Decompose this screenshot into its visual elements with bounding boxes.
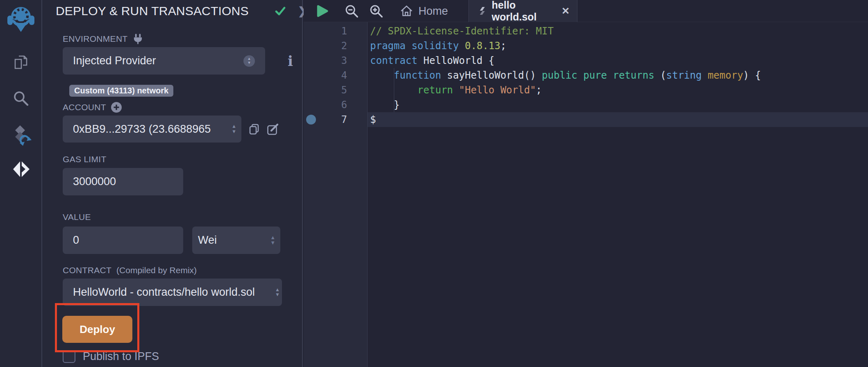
- code-line[interactable]: function sayHelloWorld() public pure ret…: [368, 68, 868, 83]
- gutter-row[interactable]: 1: [304, 24, 367, 39]
- plug-icon: [132, 33, 143, 45]
- code-line[interactable]: contract HelloWorld {: [368, 53, 868, 68]
- account-row: 0xBB9...29733 (23.6688965 ▲ ▼: [63, 116, 302, 143]
- deploy-button[interactable]: Deploy: [62, 316, 132, 343]
- indent-guide: [394, 68, 394, 112]
- environment-row: Injected Provider ▲ ▼ i: [63, 44, 302, 75]
- contract-sublabel: (Compiled by Remix): [116, 265, 197, 275]
- environment-select[interactable]: Injected Provider ▲ ▼: [63, 47, 265, 75]
- code-lines[interactable]: // SPDX-License-Identifier: MITpragma so…: [368, 22, 868, 367]
- code-editor: Home hello world.sol ✕ 1234567 // SPDX-L…: [304, 0, 868, 367]
- value-label: VALUE: [63, 212, 302, 222]
- publish-ipfs-row: Publish to IPFS: [63, 350, 302, 363]
- code-line[interactable]: return "Hello World";: [368, 83, 868, 97]
- deploy-run-panel: DEPLOY & RUN TRANSACTIONS ❯ ENVIRONMENT: [42, 0, 303, 367]
- gutter-row[interactable]: 4: [304, 68, 367, 83]
- copy-address-icon[interactable]: [248, 123, 260, 135]
- file-explorer-icon[interactable]: [13, 54, 29, 70]
- gutter-row[interactable]: 7: [304, 112, 367, 127]
- edit-account-icon[interactable]: [267, 123, 279, 135]
- code-line[interactable]: pragma solidity 0.8.13;: [368, 39, 868, 53]
- page-title: DEPLOY & RUN TRANSACTIONS: [56, 4, 249, 18]
- environment-label: ENVIRONMENT: [63, 34, 302, 44]
- gas-limit-label: GAS LIMIT: [63, 154, 302, 164]
- unit-dropdown-icon: ▲ ▼: [270, 236, 275, 245]
- compile-success-check-icon: [275, 6, 286, 16]
- icon-sidebar: [0, 0, 42, 367]
- value-input[interactable]: 0: [63, 227, 183, 254]
- breakpoint-dot[interactable]: [306, 115, 316, 125]
- panel-body: ENVIRONMENT Injected Provider ▲ ▼ i: [42, 34, 302, 363]
- code-line[interactable]: $: [368, 112, 868, 127]
- close-tab-icon[interactable]: ✕: [561, 6, 570, 16]
- contract-dropdown-icon: ▲ ▼: [275, 288, 280, 297]
- run-script-icon[interactable]: [316, 5, 329, 18]
- remix-ide-window: DEPLOY & RUN TRANSACTIONS ❯ ENVIRONMENT: [0, 0, 868, 367]
- line-number: 2: [304, 39, 367, 53]
- line-number: 6: [304, 97, 367, 112]
- gas-limit-input[interactable]: 3000000: [63, 168, 183, 195]
- editor-toolbar: Home hello world.sol ✕: [304, 0, 868, 22]
- zoom-out-icon[interactable]: [345, 4, 359, 18]
- remix-logo-icon[interactable]: [7, 3, 35, 33]
- value-unit-select[interactable]: Wei ▲ ▼: [192, 227, 280, 254]
- contract-label: CONTRACT (Compiled by Remix): [63, 265, 302, 275]
- code-line[interactable]: }: [368, 97, 868, 112]
- editor-gutter[interactable]: 1234567: [304, 22, 368, 367]
- add-account-icon[interactable]: [111, 102, 122, 113]
- environment-info-icon[interactable]: i: [288, 54, 293, 68]
- deploy-run-icon[interactable]: [11, 160, 30, 179]
- line-number: 1: [304, 24, 367, 39]
- line-number: 3: [304, 53, 367, 68]
- editor-body: 1234567 // SPDX-License-Identifier: MITp…: [304, 22, 868, 367]
- panel-header: DEPLOY & RUN TRANSACTIONS ❯: [42, 0, 302, 22]
- publish-ipfs-label: Publish to IPFS: [83, 350, 159, 363]
- account-select[interactable]: 0xBB9...29733 (23.6688965 ▲ ▼: [63, 116, 241, 143]
- code-line[interactable]: // SPDX-License-Identifier: MIT: [368, 24, 868, 39]
- line-number: 5: [304, 83, 367, 97]
- publish-ipfs-checkbox[interactable]: [63, 350, 75, 363]
- tab-hello-world-sol[interactable]: hello world.sol ✕: [468, 0, 577, 22]
- gutter-row[interactable]: 2: [304, 39, 367, 53]
- account-dropdown-icon: ▲ ▼: [232, 125, 236, 134]
- search-icon[interactable]: [12, 89, 30, 107]
- gutter-row[interactable]: 6: [304, 97, 367, 112]
- value-row: 0 Wei ▲ ▼: [63, 227, 302, 254]
- network-badge: Custom (43113) network: [69, 85, 173, 97]
- tab-home[interactable]: Home: [400, 0, 448, 22]
- account-label: ACCOUNT: [63, 102, 302, 112]
- solidity-file-icon: [479, 7, 486, 16]
- contract-select[interactable]: HelloWorld - contracts/hello world.sol ▲…: [63, 279, 282, 306]
- environment-dropdown-icon[interactable]: ▲ ▼: [243, 55, 255, 67]
- solidity-compiler-icon[interactable]: [9, 125, 32, 147]
- gutter-row[interactable]: 5: [304, 83, 367, 97]
- zoom-in-icon[interactable]: [369, 4, 383, 18]
- gutter-row[interactable]: 3: [304, 53, 367, 68]
- home-icon: [400, 5, 414, 18]
- line-number: 4: [304, 68, 367, 83]
